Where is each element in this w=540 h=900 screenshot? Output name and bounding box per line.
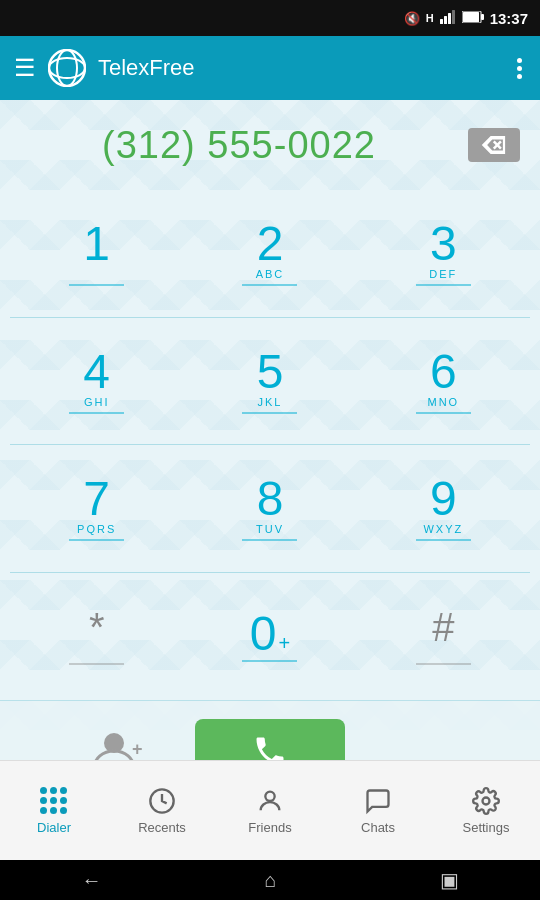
backspace-button[interactable]	[468, 128, 520, 162]
phone-display: (312) 555-0022	[0, 100, 540, 190]
settings-nav-label: Settings	[463, 820, 510, 835]
nav-friends[interactable]: Friends	[216, 761, 324, 860]
status-time: 13:37	[490, 10, 528, 27]
svg-rect-0	[440, 19, 443, 24]
svg-rect-3	[452, 10, 455, 24]
key-3[interactable]: 3 DEF	[357, 190, 530, 318]
key-5[interactable]: 5 JKL	[183, 318, 356, 446]
back-button[interactable]: ←	[81, 869, 101, 892]
key-1[interactable]: 1	[10, 190, 183, 318]
friends-nav-label: Friends	[248, 820, 291, 835]
key-6[interactable]: 6 MNO	[357, 318, 530, 446]
muted-icon: 🔇	[404, 11, 420, 26]
key-hash[interactable]: #	[357, 573, 530, 701]
key-underline	[416, 412, 471, 414]
dialer-area: (312) 555-0022 1 2 ABC 3 DEF	[0, 100, 540, 760]
app-header: ☰ TelexFree	[0, 36, 540, 100]
key-underline	[242, 412, 297, 414]
svg-rect-2	[448, 13, 451, 24]
app-logo	[48, 49, 86, 87]
key-underline	[416, 539, 471, 541]
home-button[interactable]: ⌂	[264, 869, 276, 892]
svg-point-13	[265, 791, 274, 800]
clock-icon	[148, 787, 176, 815]
dialpad: 1 2 ABC 3 DEF 4 GHI 5 JKL 6	[0, 190, 540, 700]
key-underline	[242, 660, 297, 662]
person-icon	[256, 787, 284, 815]
recents-nav-label: Recents	[138, 820, 186, 835]
dialer-nav-label: Dialer	[37, 820, 71, 835]
svg-point-14	[483, 797, 490, 804]
key-4[interactable]: 4 GHI	[10, 318, 183, 446]
key-8[interactable]: 8 TUV	[183, 445, 356, 573]
h-signal-icon: H	[426, 12, 434, 24]
key-underline	[242, 284, 297, 286]
hamburger-icon[interactable]: ☰	[14, 54, 36, 82]
nav-settings[interactable]: Settings	[432, 761, 540, 860]
key-underline	[69, 663, 124, 665]
overflow-menu-icon[interactable]	[513, 54, 526, 83]
status-bar: 🔇 H 13:37	[0, 0, 540, 36]
chat-icon	[364, 787, 392, 815]
svg-point-9	[49, 58, 85, 78]
android-navbar: ← ⌂ ▣	[0, 860, 540, 900]
nav-chats[interactable]: Chats	[324, 761, 432, 860]
action-row: +	[0, 700, 540, 760]
recents-button[interactable]: ▣	[440, 868, 459, 892]
key-2[interactable]: 2 ABC	[183, 190, 356, 318]
key-star[interactable]: *	[10, 573, 183, 701]
key-9[interactable]: 9 WXYZ	[357, 445, 530, 573]
svg-point-7	[49, 50, 85, 86]
chats-nav-label: Chats	[361, 820, 395, 835]
signal-icon	[440, 10, 456, 27]
nav-recents[interactable]: Recents	[108, 761, 216, 860]
svg-point-8	[57, 50, 77, 86]
key-underline	[416, 284, 471, 286]
battery-icon	[462, 11, 484, 26]
bottom-navigation: Dialer Recents Friends Chats Settings	[0, 760, 540, 860]
key-0[interactable]: 0 +	[183, 573, 356, 701]
key-underline	[69, 539, 124, 541]
key-underline	[69, 284, 124, 286]
app-title: TelexFree	[98, 55, 501, 81]
nav-dialer[interactable]: Dialer	[0, 761, 108, 860]
call-button[interactable]	[195, 719, 345, 761]
key-underline	[416, 663, 471, 665]
key-7[interactable]: 7 PQRS	[10, 445, 183, 573]
add-contact-button[interactable]: +	[40, 725, 195, 761]
svg-rect-6	[481, 14, 484, 20]
svg-text:+: +	[132, 739, 143, 759]
svg-rect-1	[444, 16, 447, 24]
dialer-grid-icon	[40, 787, 68, 815]
svg-rect-5	[463, 12, 479, 22]
gear-icon	[472, 787, 500, 815]
key-underline	[242, 539, 297, 541]
phone-number-display: (312) 555-0022	[20, 124, 458, 167]
key-underline	[69, 412, 124, 414]
